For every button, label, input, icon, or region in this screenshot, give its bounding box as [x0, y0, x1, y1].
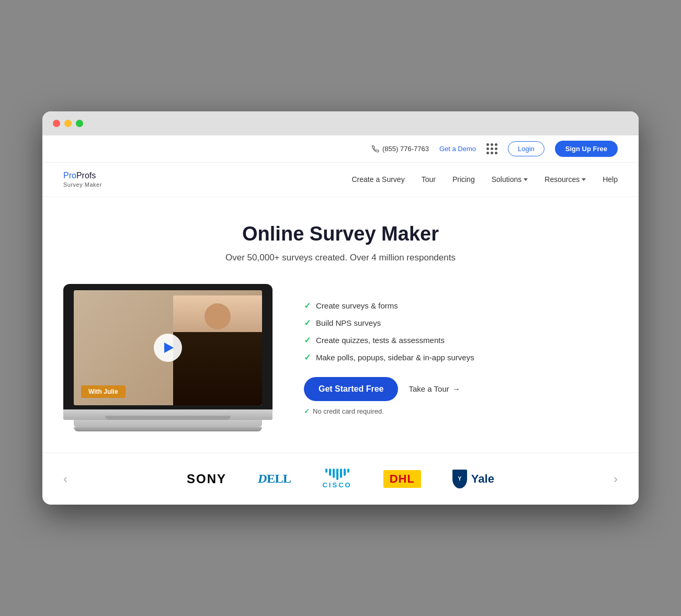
- arrow-right-icon: →: [452, 384, 460, 393]
- check-icon-nocc: ✓: [304, 407, 310, 415]
- cisco-bar-1: [325, 469, 327, 473]
- minimize-button[interactable]: [64, 120, 72, 127]
- browser-window: (855) 776-7763 Get a Demo Login Sign Up …: [42, 111, 639, 505]
- feature-text-3: Create quizzes, tests & assessments: [316, 336, 445, 345]
- nav-item-solutions[interactable]: Solutions: [492, 175, 528, 184]
- hero-title: Online Survey Maker: [63, 223, 618, 245]
- hero-section: Online Survey Maker Over 50,000+ surveys…: [42, 197, 639, 452]
- yale-text: Yale: [471, 472, 494, 486]
- feature-text-4: Make polls, popups, sidebar & in-app sur…: [316, 353, 474, 362]
- yale-shield-icon: Y: [452, 470, 467, 488]
- nav-link-help[interactable]: Help: [603, 175, 618, 184]
- nav-links: Create a Survey Tour Pricing Solutions R…: [351, 175, 618, 184]
- logo-subtitle: Survey Maker: [63, 181, 102, 188]
- maximize-button[interactable]: [76, 120, 83, 127]
- logo[interactable]: ProProfs Survey Maker: [63, 171, 102, 188]
- laptop-screen-outer: HOW TO CREATE A SURVEY With Julie: [63, 284, 273, 409]
- features-section: ✓ Create surveys & forms ✓ Build NPS sur…: [304, 301, 618, 415]
- laptop-keyboard: [74, 420, 262, 427]
- yale-shield-text: Y: [458, 476, 462, 482]
- check-icon-3: ✓: [304, 335, 311, 345]
- hero-content: HOW TO CREATE A SURVEY With Julie: [63, 284, 618, 431]
- nav-item-tour[interactable]: Tour: [422, 175, 436, 184]
- cisco-text: CISCO: [322, 481, 351, 489]
- nav-link-pricing[interactable]: Pricing: [452, 175, 475, 184]
- nav-item-create-survey[interactable]: Create a Survey: [351, 175, 404, 184]
- person-head: [205, 303, 231, 329]
- feature-item-3: ✓ Create quizzes, tests & assessments: [304, 335, 618, 345]
- logos-bar: ‹ SONY DELL CISCO DHL: [42, 452, 639, 505]
- cisco-bar-2: [329, 469, 331, 476]
- signup-button[interactable]: Sign Up Free: [555, 141, 618, 157]
- laptop-screen-inner: HOW TO CREATE A SURVEY With Julie: [74, 290, 262, 405]
- logos-next-button[interactable]: ›: [614, 472, 618, 486]
- feature-text-1: Create surveys & forms: [316, 301, 398, 310]
- nav-dropdown-resources[interactable]: Resources: [544, 175, 586, 184]
- phone-number: (855) 776-7763: [372, 145, 429, 153]
- nav-item-resources[interactable]: Resources: [544, 175, 586, 184]
- dhl-logo: DHL: [383, 470, 421, 488]
- phone-icon: [372, 145, 379, 153]
- close-button[interactable]: [53, 120, 60, 127]
- feature-item-4: ✓ Make polls, popups, sidebar & in-app s…: [304, 352, 618, 362]
- yale-logo: Y Yale: [452, 470, 494, 488]
- feature-list: ✓ Create surveys & forms ✓ Build NPS sur…: [304, 301, 618, 362]
- check-icon-4: ✓: [304, 352, 311, 362]
- top-bar: (855) 776-7763 Get a Demo Login Sign Up …: [42, 135, 639, 163]
- nav-link-tour[interactable]: Tour: [422, 175, 436, 184]
- login-button[interactable]: Login: [508, 141, 544, 156]
- laptop-foot: [74, 427, 262, 431]
- take-tour-label: Take a Tour: [408, 384, 449, 393]
- video-person: [173, 295, 262, 405]
- logo-profs: Profs: [76, 171, 96, 180]
- feature-item-1: ✓ Create surveys & forms: [304, 301, 618, 311]
- phone-text: (855) 776-7763: [382, 145, 429, 153]
- main-nav: ProProfs Survey Maker Create a Survey To…: [42, 163, 639, 197]
- no-cc-text: No credit card required.: [313, 407, 384, 415]
- no-credit-card: ✓ No credit card required.: [304, 407, 618, 415]
- get-started-button[interactable]: Get Started Free: [304, 377, 398, 401]
- play-triangle-icon: [164, 343, 174, 353]
- feature-text-2: Build NPS surveys: [316, 318, 381, 327]
- nav-link-create-survey[interactable]: Create a Survey: [351, 175, 404, 184]
- cisco-bar-7: [347, 469, 349, 473]
- browser-chrome: [42, 111, 639, 135]
- laptop: HOW TO CREATE A SURVEY With Julie: [63, 284, 273, 431]
- sony-logo: SONY: [187, 472, 226, 486]
- cta-row: Get Started Free Take a Tour →: [304, 377, 618, 401]
- person-body: [173, 332, 262, 405]
- feature-item-2: ✓ Build NPS surveys: [304, 318, 618, 328]
- cisco-bars: [322, 469, 351, 480]
- cisco-logo: CISCO: [322, 469, 351, 489]
- get-demo-link[interactable]: Get a Demo: [439, 145, 476, 153]
- nav-dropdown-solutions[interactable]: Solutions: [492, 175, 528, 184]
- logo-pro: Pro: [63, 171, 76, 180]
- logos-prev-button[interactable]: ‹: [63, 472, 67, 486]
- nav-item-help[interactable]: Help: [603, 175, 618, 184]
- apps-grid-icon[interactable]: [486, 143, 497, 154]
- nav-item-pricing[interactable]: Pricing: [452, 175, 475, 184]
- cisco-bar-6: [344, 469, 346, 476]
- logo-text: ProProfs: [63, 171, 102, 180]
- take-tour-button[interactable]: Take a Tour →: [408, 384, 460, 393]
- logos-inner: SONY DELL CISCO DHL: [67, 469, 614, 489]
- dell-logo: DELL: [258, 472, 291, 486]
- with-julie-badge: With Julie: [81, 385, 126, 398]
- video-container: HOW TO CREATE A SURVEY With Julie: [63, 284, 273, 431]
- check-icon-2: ✓: [304, 318, 311, 328]
- chevron-down-icon: [524, 178, 528, 181]
- dhl-text: DHL: [390, 472, 415, 485]
- laptop-base: [63, 409, 273, 420]
- cisco-bar-5: [340, 469, 342, 478]
- cisco-bar-3: [333, 469, 335, 478]
- chevron-down-icon: [582, 178, 586, 181]
- hero-subtitle: Over 50,000+ surveys created. Over 4 mil…: [63, 253, 618, 263]
- play-button[interactable]: [154, 334, 182, 362]
- cisco-bar-4: [336, 469, 338, 480]
- check-icon-1: ✓: [304, 301, 311, 311]
